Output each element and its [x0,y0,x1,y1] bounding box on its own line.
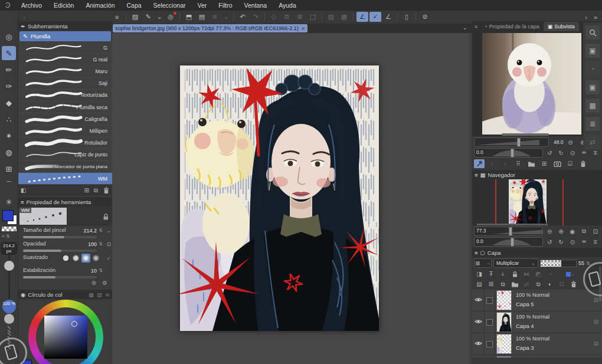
layers-panel-icon[interactable]: ≣ [585,117,600,131]
fill-selection-button[interactable]: ⧉ [281,12,293,22]
save-button[interactable]: ⬒ [183,12,195,22]
brush-item-saji[interactable]: Saji [18,78,112,90]
navigator-rotate-value[interactable]: 0.0 [476,238,483,244]
lock-icon[interactable] [102,213,109,221]
navigator-flip-v-icon[interactable]: ⧖ [591,238,600,247]
eyedropper-button[interactable] [474,159,485,168]
delete-layer-icon[interactable] [568,280,579,288]
stabilization-row[interactable]: Estabilización 10 ⇅ [18,266,112,280]
menu-filtro[interactable]: Filtro [212,0,238,11]
cloud-upload-button[interactable]: ≋ [209,12,221,22]
snap-check-button[interactable]: ✓ [369,12,381,22]
brush-item-lapiz-de-punto[interactable]: Lápiz de punto [18,149,112,161]
brush-size-mini-icons[interactable]: ≡ ⇅ [2,234,10,239]
subview-rotate-value[interactable]: 0.0 [476,149,483,155]
document-tab[interactable]: sophie bridgerton.jpg (900 x 1200px 72dp… [113,24,307,32]
navigator-rotate-ccw-icon[interactable]: ↺ [545,238,554,247]
saturation-value-box[interactable] [44,316,87,359]
subview-reference-photo[interactable] [482,33,581,135]
close-document-icon[interactable]: × [302,25,305,32]
palette-color-dropdown[interactable]: ⌄ [474,258,492,268]
new-document-button[interactable]: ▨ [129,12,141,22]
canvas-area[interactable] [112,33,472,364]
subview-delete-icon[interactable] [578,159,588,168]
tab-subvista[interactable]: ▣ Subvista [544,22,579,31]
tool-property-header[interactable]: ≡ Propiedad de herramienta [18,197,112,206]
color-tab-4-icon[interactable]: ≋ [105,291,110,298]
pen-tool[interactable]: ✎ [2,46,16,60]
visibility-eye-icon[interactable] [475,297,482,303]
brush-size-row[interactable]: Tamaño del pincel 214.2 ⇅ ⌄ [18,226,112,240]
navigator-zoom-in-icon[interactable]: ⊕ [556,227,565,236]
lasso-tool[interactable]: ⌒ [2,178,16,192]
pin-icon[interactable]: ⍭ [498,270,508,278]
quick-search-icon[interactable] [585,25,600,40]
cloud-dropdown-icon[interactable]: ⌄ [222,12,230,22]
menu-animacion[interactable]: Animación [80,0,120,11]
thumbnail-grid-icon[interactable]: ⠿ [513,159,524,168]
brush-item-rotulador[interactable]: Rotulador [18,137,112,149]
select-source-icon[interactable]: ◩ [533,270,544,278]
subview-rotate-cw-icon[interactable]: ↻ [556,149,565,158]
opacity-row[interactable]: Opacidad 100 ⇅ ⊡ [18,240,112,253]
navigator-thumbnail[interactable] [509,179,547,225]
reference-layer-icon[interactable]: ◔ [545,270,555,278]
layer-thumbnail-portrait[interactable] [497,313,511,332]
panel-arrows-right-icon[interactable]: » [591,12,600,22]
layer-row-partial[interactable] [472,355,602,358]
expand-selection-button[interactable]: ⬚ [307,12,319,22]
subview-hscrollbar[interactable] [502,133,549,136]
navigator-fit-icon[interactable]: ⧉ [579,227,588,236]
open-folder-button[interactable]: ▤ [196,12,208,22]
stabilization-stepper[interactable]: ⇅ [99,268,103,273]
clip-at-layer-icon[interactable]: ◨ [474,270,485,278]
opacity-slider[interactable] [23,250,97,252]
brush-item-caligrafia[interactable]: Caligrafía [18,113,112,125]
duplicate-subtool-icon[interactable]: ⧉ [94,187,98,194]
grid-button[interactable]: ▦ [338,12,350,22]
crop-panel-icon[interactable]: ▣ [585,44,600,58]
subview-zoom-value[interactable]: 48.0 [551,139,564,145]
blend-mode-select[interactable]: Multiplicar ⌄ [493,258,538,268]
open-document-button[interactable]: ✎ [142,12,154,22]
layer-row-capa4[interactable]: 100 % Normal Capa 4 ▤ [472,311,602,333]
stabilization-slider[interactable] [23,276,97,278]
delete-subtool-icon[interactable] [103,186,110,194]
brush-item-g[interactable]: G [18,42,112,54]
subview-rotate-slider[interactable]: 0.0 [474,148,543,158]
navigator-rotate-slider[interactable]: 0.0 [474,237,543,247]
stabilization-value[interactable]: 10 [91,268,97,274]
subview-rotate-ccw-icon[interactable]: ↺ [545,149,554,158]
smoothing-soft-selected[interactable] [81,254,90,263]
tab-overflow-icon[interactable]: ⌄ [463,24,467,31]
navigator-zoom-knob[interactable] [509,227,512,236]
brush-stroke-sample[interactable]: WM [19,208,67,225]
layer-thumbnail-stars[interactable] [497,291,511,310]
add-setting-icon[interactable]: ⊕ [91,280,96,288]
brush-item-wm-selected[interactable]: WM [18,173,112,185]
panel-arrow-right-icon[interactable]: › [582,12,590,22]
apply-check-icon[interactable]: ☑ [565,159,575,168]
subview-rotate-reset-icon[interactable]: ⊙ [568,149,577,158]
menu-ver[interactable]: Ver [191,0,212,11]
navigator-flip-h-icon[interactable]: ⏴⏵ [579,238,588,247]
prev-image-icon[interactable]: ‹ [487,159,498,168]
subtool-panel-header[interactable]: ✒ Subherramienta [18,21,112,31]
transfer-layer-icon[interactable]: ⇄ [521,280,532,288]
menu-ayuda[interactable]: Ayuda [273,0,302,11]
smoothing-row[interactable]: Suavizado ✓ [18,253,112,266]
navigator-fullscreen-icon[interactable]: ⊡ [591,227,600,236]
brush-size-slider-knob[interactable] [4,261,14,271]
layer-row-capa3[interactable]: 100 % Normal Capa 3 ▤ [472,333,602,355]
add-subtool-icon[interactable]: ⊞ [84,187,89,194]
tool-settings-icon[interactable]: ⚙ [102,280,107,288]
subview-zoom-slider[interactable] [474,137,549,147]
navigator-zoom-100-icon[interactable]: ◉ [568,227,577,236]
opacity-stepper[interactable]: ⇅ [99,241,103,247]
capture-icon[interactable] [552,159,562,168]
collapse-left3-icon[interactable]: ‹ [20,12,28,22]
lock-layer-icon[interactable] [509,270,520,278]
navigator-rotate-knob[interactable] [511,238,514,247]
brush-item-marcador[interactable]: Marcador de punta plana [18,161,112,173]
transparent-color-swatch[interactable] [2,227,17,231]
